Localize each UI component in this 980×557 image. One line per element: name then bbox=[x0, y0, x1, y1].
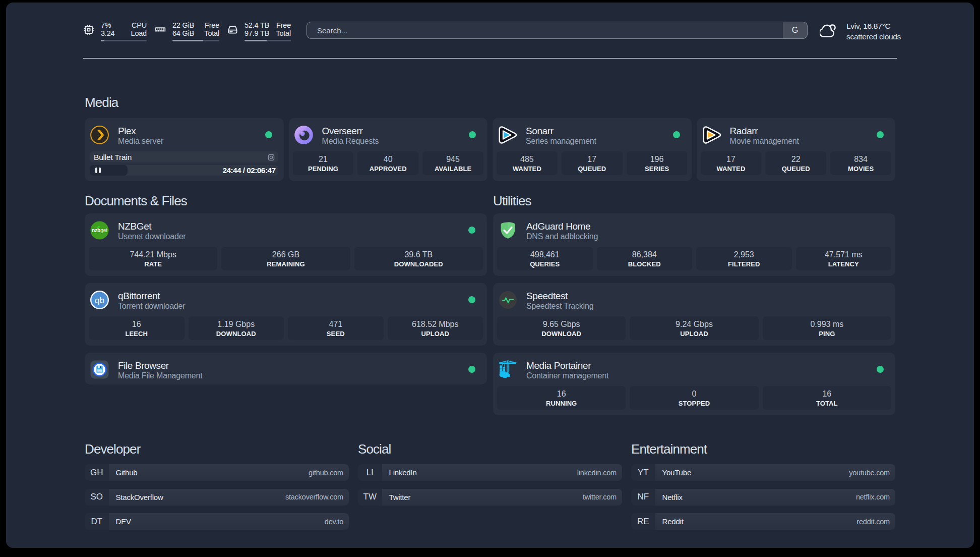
svg-text:nzbget: nzbget bbox=[92, 228, 107, 233]
svg-text:qb: qb bbox=[95, 295, 104, 305]
